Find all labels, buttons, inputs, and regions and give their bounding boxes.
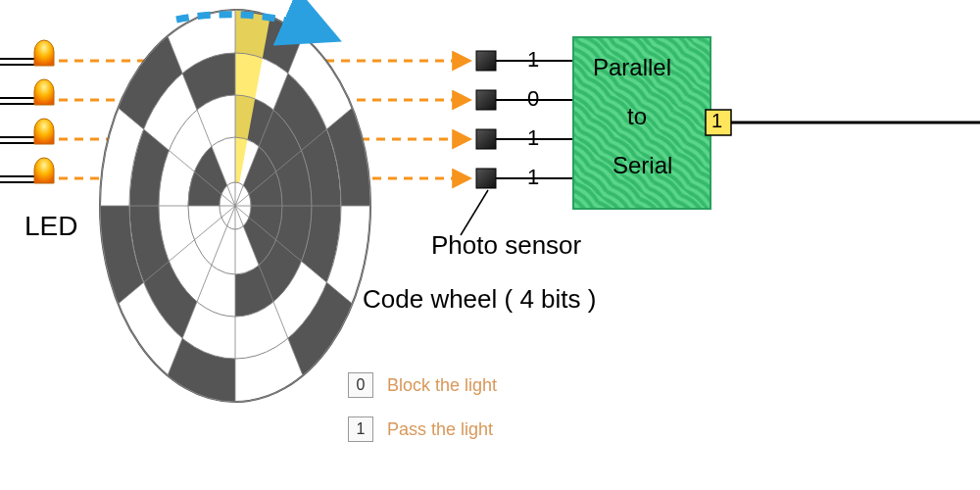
svg-rect-37 [476,90,496,110]
led-label: LED [24,211,77,242]
converter-line3: Serial [612,152,672,179]
legend-pass-val: 1 [357,420,366,438]
svg-line-40 [461,190,488,235]
converter-line2: to [627,103,647,130]
legend-pass-text: Pass the light [387,419,493,440]
legend-pass-box: 1 [348,416,373,442]
led-array [0,40,54,183]
code-wheel-label: Code wheel ( 4 bits ) [363,284,596,315]
photo-sensor-array [476,51,496,188]
legend-block-box: 0 [348,372,373,398]
parallel-wires [496,61,573,178]
svg-rect-39 [476,169,496,188]
serial-out-bit: 1 [711,110,722,132]
svg-rect-38 [476,129,496,149]
legend-block-text: Block the light [387,375,497,396]
bit-label-3: 1 [527,165,539,190]
legend-block-val: 0 [357,376,366,394]
bit-label-2: 1 [527,125,539,151]
code-wheel [100,10,370,402]
svg-rect-36 [476,51,496,71]
bit-label-0: 1 [527,47,539,73]
photo-sensor-label: Photo sensor [431,230,581,261]
bit-label-1: 0 [527,86,539,112]
converter-line1: Parallel [593,54,671,81]
